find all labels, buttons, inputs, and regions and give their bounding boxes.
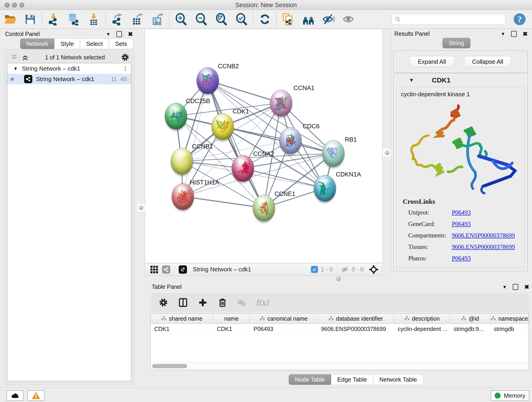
zoom-out-icon[interactable] xyxy=(191,12,211,26)
tab-string[interactable]: String xyxy=(443,38,470,48)
network-node-CCNA2[interactable] xyxy=(232,155,254,182)
hide-selected-icon[interactable] xyxy=(318,12,339,26)
collapse-all-button[interactable]: Collapse All xyxy=(464,56,511,67)
warnings-button[interactable] xyxy=(27,390,44,401)
crosslink-link[interactable]: P06493 xyxy=(452,209,471,216)
cloud-button[interactable] xyxy=(6,390,23,401)
right-splitter[interactable] xyxy=(383,29,391,276)
table-row[interactable]: CDK1CDK1P064939606.ENSP00000378699cyclin… xyxy=(151,324,529,335)
detach-view-icon[interactable] xyxy=(179,265,187,274)
expand-all-icon[interactable] xyxy=(21,53,29,61)
network-row-selected[interactable]: String Network – cdk1 11 48 xyxy=(7,74,131,84)
table-cell[interactable]: stringdb xyxy=(490,324,529,334)
float-panel-icon[interactable] xyxy=(511,31,517,37)
import-network-file-icon[interactable] xyxy=(44,12,64,26)
zoom-in-icon[interactable] xyxy=(171,12,191,26)
float-panel-icon[interactable] xyxy=(116,31,122,37)
table-cell[interactable]: P06493 xyxy=(250,324,317,334)
network-canvas[interactable]: CCNB2CCNA1CDC25BCDK1CDC6RB1CCNB1CCNA2CDK… xyxy=(145,29,382,263)
import-table-icon[interactable] xyxy=(84,12,104,26)
column-header--id[interactable]: @id xyxy=(450,313,490,324)
left-splitter[interactable] xyxy=(137,29,145,276)
network-options-gear-icon[interactable] xyxy=(121,53,129,62)
birdseye-view-icon[interactable] xyxy=(369,264,379,274)
table-cell[interactable]: 9606.ENSP00000378699 xyxy=(317,324,394,334)
table-cell[interactable]: CDK1 xyxy=(213,324,250,334)
network-node-CCNA1[interactable] xyxy=(270,90,292,116)
tab-select[interactable]: Select xyxy=(80,38,109,49)
panel-menu-icon[interactable]: ▼ xyxy=(502,284,507,290)
close-panel-icon[interactable]: ✖ xyxy=(524,284,529,290)
close-panel-icon[interactable]: ✖ xyxy=(128,31,133,37)
tab-edge-table[interactable]: Edge Table xyxy=(331,374,373,385)
grid-view-icon[interactable] xyxy=(150,265,158,274)
column-header-name[interactable]: name xyxy=(213,313,250,324)
import-network-database-icon[interactable] xyxy=(64,12,84,26)
table-cell[interactable]: CDK1 xyxy=(151,324,213,334)
left-splitter-handle[interactable] xyxy=(137,203,145,212)
show-all-icon[interactable] xyxy=(339,12,359,26)
network-node-CCNB1[interactable] xyxy=(171,148,193,175)
network-node-RB1[interactable] xyxy=(322,140,345,167)
crosslink-link[interactable]: 9606.ENSP00000378699 xyxy=(452,243,515,250)
column-header-database-identifier[interactable]: database identifier xyxy=(317,313,394,324)
delete-table-icon[interactable] xyxy=(237,298,246,307)
panel-menu-icon[interactable]: ▼ xyxy=(500,32,505,37)
memory-button[interactable]: Memory xyxy=(491,390,529,401)
collection-expander-icon[interactable]: ▼ xyxy=(13,66,18,71)
clone-network-icon[interactable] xyxy=(278,12,298,26)
network-node-HIST1H1A[interactable] xyxy=(172,183,194,210)
network-node-CDC6[interactable] xyxy=(279,128,302,154)
tab-network[interactable]: Network xyxy=(20,38,54,49)
crosslink-link[interactable]: P06493 xyxy=(452,220,471,228)
crosslink-link[interactable]: 9606.ENSP00000378699 xyxy=(452,232,515,239)
expand-all-button[interactable]: Expand All xyxy=(410,56,454,67)
horizontal-splitter-handle[interactable] xyxy=(335,276,342,281)
scrollbar-thumb[interactable] xyxy=(152,364,187,368)
close-panel-icon[interactable]: ✖ xyxy=(523,31,528,37)
export-network-icon[interactable] xyxy=(107,12,127,26)
float-panel-icon[interactable] xyxy=(513,284,518,290)
collapse-all-icon[interactable] xyxy=(10,53,18,61)
selected-indicator-checkbox[interactable] xyxy=(311,266,318,273)
open-session-icon[interactable] xyxy=(0,12,20,26)
network-view[interactable]: CCNB2CCNA1CDC25BCDK1CDC6RB1CCNB1CCNA2CDK… xyxy=(145,29,383,263)
protein-expander-icon[interactable]: ▼ xyxy=(409,77,414,83)
column-header-canonical-name[interactable]: canonical name xyxy=(250,313,317,324)
save-session-icon[interactable] xyxy=(20,12,40,26)
refresh-layout-icon[interactable] xyxy=(255,12,275,26)
panel-menu-icon[interactable]: ▼ xyxy=(106,32,110,37)
network-collection-row[interactable]: ▼ String Network – cdk1 1 xyxy=(7,63,131,74)
network-node-CDC25B[interactable] xyxy=(165,103,187,129)
string-view-icon[interactable] xyxy=(162,265,170,274)
right-splitter-handle[interactable] xyxy=(383,148,391,157)
table-horizontal-scrollbar[interactable] xyxy=(151,362,528,370)
table-options-gear-icon[interactable] xyxy=(158,298,168,307)
tab-style[interactable]: Style xyxy=(54,38,80,49)
tab-node-table[interactable]: Node Table xyxy=(289,374,331,385)
crosslink-link[interactable]: P06493 xyxy=(452,255,471,262)
export-image-icon[interactable] xyxy=(147,12,168,26)
tab-sets[interactable]: Sets xyxy=(109,38,133,49)
delete-column-icon[interactable] xyxy=(218,298,227,307)
help-icon[interactable]: ? xyxy=(514,13,526,25)
network-node-CCNE1[interactable] xyxy=(253,195,275,221)
create-column-icon[interactable] xyxy=(198,298,208,307)
show-columns-icon[interactable] xyxy=(178,298,188,307)
column-header-shared-name[interactable]: shared name xyxy=(151,313,213,324)
network-node-CCNB2[interactable] xyxy=(196,67,219,94)
export-table-icon[interactable] xyxy=(127,12,147,26)
search-input[interactable] xyxy=(403,16,502,23)
network-node-CDK1[interactable] xyxy=(211,114,234,140)
table-cell[interactable]: cyclin-dependent ... xyxy=(394,324,450,334)
first-neighbors-icon[interactable] xyxy=(298,12,318,26)
network-edges[interactable] xyxy=(145,29,382,263)
zoom-selected-icon[interactable] xyxy=(231,12,252,26)
column-header-description[interactable]: description xyxy=(394,313,450,324)
tab-network-table[interactable]: Network Table xyxy=(373,374,423,385)
table-cell[interactable]: stringdb:9... xyxy=(450,324,490,334)
network-node-CDKN1A[interactable] xyxy=(314,175,336,202)
column-header-namespace[interactable]: namespace xyxy=(490,313,529,324)
horizontal-splitter[interactable] xyxy=(145,276,532,282)
zoom-fit-icon[interactable] xyxy=(211,12,231,26)
